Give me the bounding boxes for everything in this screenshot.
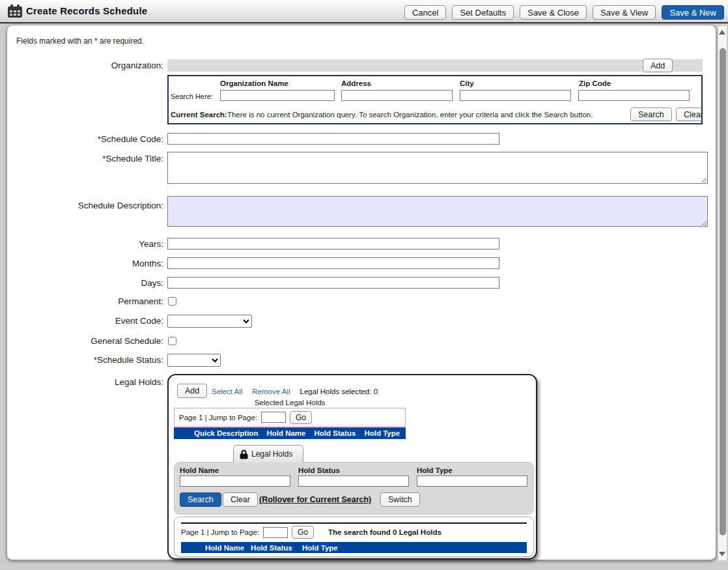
permanent-checkbox[interactable]	[168, 297, 176, 306]
save-and-view-button[interactable]: Save & View	[593, 5, 656, 20]
legal-holds-clear-button[interactable]: Clear	[223, 492, 258, 507]
results-found-text: The search found 0 Legal Holds	[328, 528, 441, 536]
schedule-description-textarea[interactable]	[167, 196, 708, 227]
event-code-select[interactable]	[167, 315, 252, 328]
form-panel: Fields marked with an * are required. Or…	[7, 25, 716, 560]
schedule-title-textarea[interactable]	[167, 152, 708, 184]
selected-go-button[interactable]: Go	[290, 411, 312, 424]
hold-name-filter-label: Hold Name	[180, 466, 219, 474]
schedule-status-select[interactable]	[167, 354, 221, 367]
col-hold-status: Hold Status	[315, 429, 356, 437]
scroll-up-arrow-icon[interactable]	[719, 30, 725, 35]
months-label: Months:	[7, 259, 163, 268]
organization-search-box: Organization Name Address City Zip Code …	[167, 75, 703, 124]
permanent-label: Permanent:	[7, 296, 163, 306]
org-col-zip-header: Zip Code	[579, 79, 611, 87]
scroll-down-arrow-icon[interactable]	[719, 552, 725, 556]
legal-holds-add-button[interactable]: Add	[177, 384, 207, 398]
results-col-hold-type: Hold Type	[302, 544, 338, 552]
legal-holds-links: Select All Remove All Legal Holds select…	[212, 388, 378, 395]
col-quick-description: Quick Description	[194, 429, 258, 437]
current-search-text: There is no current Organization query. …	[227, 111, 593, 119]
legal-holds-panel: Add Select All Remove All Legal Holds se…	[167, 374, 537, 560]
general-schedule-checkbox[interactable]	[168, 337, 176, 345]
organization-label: Organization:	[7, 61, 163, 70]
results-pager: Page 1 | Jump to Page: Go The search fou…	[181, 526, 441, 539]
event-code-label: Event Code:	[7, 316, 163, 326]
schedule-code-label: *Schedule Code:	[7, 134, 163, 144]
legal-holds-tab[interactable]: Legal Holds	[233, 445, 303, 463]
page-header: Create Records Schedule Cancel Set Defau…	[0, 0, 728, 23]
rollover-current-search-link[interactable]: (Rollover for Current Search)	[259, 495, 371, 504]
org-name-input[interactable]	[220, 90, 335, 101]
org-address-input[interactable]	[341, 90, 453, 101]
hold-status-filter-label: Hold Status	[298, 466, 340, 474]
cancel-button[interactable]: Cancel	[404, 5, 446, 20]
schedule-status-label: *Schedule Status:	[7, 355, 163, 365]
results-go-button[interactable]: Go	[292, 526, 314, 539]
hold-type-filter-input[interactable]	[417, 476, 527, 487]
selected-pager-text: Page 1 | Jump to Page:	[179, 414, 257, 421]
organization-value-field	[167, 59, 703, 72]
search-here-label: Search Here:	[171, 93, 213, 100]
org-col-city-header: City	[460, 79, 474, 87]
legal-holds-selected-count: Legal Holds selected: 0	[300, 388, 378, 395]
results-pager-text: Page 1 | Jump to Page:	[181, 528, 259, 536]
calendar-icon	[8, 5, 23, 18]
hold-status-filter-input[interactable]	[298, 476, 409, 487]
organization-search-button[interactable]: Search	[630, 107, 672, 121]
results-col-hold-name: Hold Name	[205, 544, 244, 552]
save-and-close-button[interactable]: Save & Close	[520, 5, 587, 20]
selected-legal-holds-title: Selected Legal Holds	[174, 399, 406, 406]
current-search-label: Current Search:	[171, 111, 227, 119]
lock-icon	[240, 449, 248, 459]
org-zip-input[interactable]	[578, 90, 690, 101]
page-title: Create Records Schedule	[26, 5, 147, 16]
schedule-description-label: Schedule Description:	[7, 201, 163, 210]
legal-holds-results-panel: Page 1 | Jump to Page: Go The search fou…	[174, 517, 534, 557]
org-col-address-header: Address	[341, 79, 371, 87]
results-col-hold-status: Hold Status	[251, 544, 292, 552]
organization-clear-button[interactable]: Clear	[676, 107, 703, 121]
select-all-link[interactable]: Select All	[212, 388, 242, 395]
schedule-title-label: *Schedule Title:	[7, 154, 163, 164]
set-defaults-button[interactable]: Set Defaults	[452, 5, 514, 20]
legal-holds-switch-button[interactable]: Switch	[380, 492, 420, 507]
days-input[interactable]	[167, 277, 499, 289]
days-label: Days:	[7, 278, 163, 288]
years-label: Years:	[7, 239, 163, 249]
schedule-code-input[interactable]	[167, 133, 499, 145]
hold-name-filter-input[interactable]	[180, 476, 290, 487]
org-col-name-header: Organization Name	[220, 79, 288, 87]
scrollbar-thumb[interactable]	[720, 48, 726, 535]
hold-type-filter-label: Hold Type	[417, 466, 453, 474]
toolbar: Cancel Set Defaults Save & Close Save & …	[404, 5, 724, 20]
months-input[interactable]	[167, 257, 499, 269]
legal-holds-filter-panel: Hold Name Hold Status Hold Type Search C…	[174, 462, 534, 515]
required-fields-note: Fields marked with an * are required.	[16, 36, 144, 46]
vertical-scrollbar[interactable]	[718, 26, 727, 560]
organization-add-button[interactable]: Add	[643, 59, 673, 72]
legal-holds-label: Legal Holds:	[7, 377, 163, 387]
selected-holds-table-header: Quick Description Hold Name Hold Status …	[174, 427, 406, 439]
remove-all-link[interactable]: Remove All	[252, 388, 290, 395]
current-search-line: Current Search:There is no current Organ…	[171, 111, 593, 119]
selected-jump-page-input[interactable]	[261, 412, 286, 423]
results-jump-page-input[interactable]	[263, 527, 288, 538]
org-city-input[interactable]	[460, 90, 571, 101]
save-and-new-button[interactable]: Save & New	[662, 5, 724, 20]
results-divider	[181, 522, 527, 524]
years-input[interactable]	[167, 238, 499, 249]
col-hold-name: Hold Name	[266, 429, 305, 437]
col-hold-type: Hold Type	[364, 429, 400, 437]
create-records-schedule-page: Create Records Schedule Cancel Set Defau…	[0, 0, 728, 570]
results-table-header: Hold Name Hold Status Hold Type	[181, 542, 527, 553]
selected-holds-pager: Page 1 | Jump to Page: Go	[174, 408, 406, 427]
legal-holds-search-button[interactable]: Search	[180, 492, 221, 507]
general-schedule-label: General Schedule:	[7, 336, 163, 346]
legal-holds-tab-label: Legal Holds	[251, 449, 292, 459]
